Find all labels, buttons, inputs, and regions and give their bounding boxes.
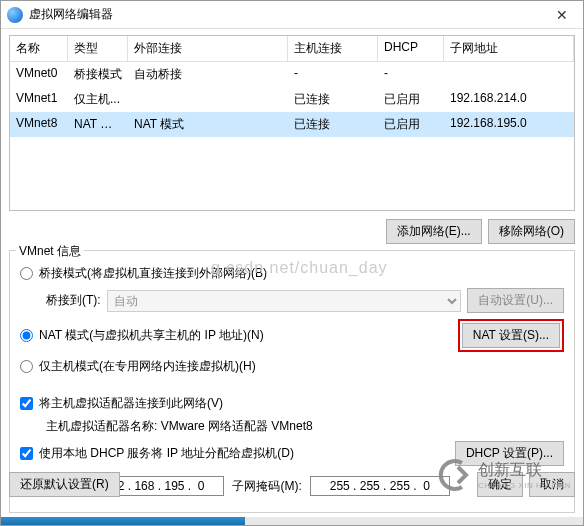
table-cell: - (378, 62, 444, 87)
table-cell: NAT 模式 (68, 112, 128, 137)
table-cell: 192.168.214.0 (444, 87, 574, 112)
dhcp-check-label: 使用本地 DHCP 服务将 IP 地址分配给虚拟机(D) (39, 445, 294, 462)
nat-settings-button[interactable]: NAT 设置(S)... (462, 323, 560, 348)
table-row[interactable]: VMnet0桥接模式自动桥接-- (10, 62, 574, 87)
table-cell: - (288, 62, 378, 87)
table-cell: 已启用 (378, 112, 444, 137)
bridge-to-label: 桥接到(T): (46, 292, 101, 309)
hostonly-radio-label: 仅主机模式(在专用网络内连接虚拟机)(H) (39, 358, 256, 375)
table-cell: 已连接 (288, 112, 378, 137)
ok-button[interactable]: 确定 (477, 472, 523, 497)
app-icon (7, 7, 23, 23)
dhcp-settings-button[interactable]: DHCP 设置(P)... (455, 441, 564, 466)
nat-radio[interactable] (20, 329, 33, 342)
table-cell: 已启用 (378, 87, 444, 112)
col-type[interactable]: 类型 (68, 36, 128, 61)
col-ext[interactable]: 外部连接 (128, 36, 288, 61)
progress-bar (1, 517, 583, 525)
table-cell (128, 87, 288, 112)
cancel-button[interactable]: 取消 (529, 472, 575, 497)
dhcp-check[interactable] (20, 447, 33, 460)
bridge-auto-button: 自动设置(U)... (467, 288, 564, 313)
col-host[interactable]: 主机连接 (288, 36, 378, 61)
add-network-button[interactable]: 添加网络(E)... (386, 219, 482, 244)
table-row[interactable]: VMnet8NAT 模式NAT 模式已连接已启用192.168.195.0 (10, 112, 574, 137)
table-cell: 仅主机... (68, 87, 128, 112)
hostonly-radio[interactable] (20, 360, 33, 373)
table-cell: 已连接 (288, 87, 378, 112)
col-subnet[interactable]: 子网地址 (444, 36, 574, 61)
nat-radio-label: NAT 模式(与虚拟机共享主机的 IP 地址)(N) (39, 327, 264, 344)
table-cell: VMnet8 (10, 112, 68, 137)
vmnet-info-legend: VMnet 信息 (16, 243, 84, 260)
col-dhcp[interactable]: DHCP (378, 36, 444, 61)
restore-defaults-button[interactable]: 还原默认设置(R) (9, 472, 120, 497)
remove-network-button[interactable]: 移除网络(O) (488, 219, 575, 244)
adapter-name-label: 主机虚拟适配器名称: VMware 网络适配器 VMnet8 (46, 418, 564, 435)
table-row[interactable]: VMnet1仅主机...已连接已启用192.168.214.0 (10, 87, 574, 112)
connect-adapter-label: 将主机虚拟适配器连接到此网络(V) (39, 395, 223, 412)
bridge-radio-label: 桥接模式(将虚拟机直接连接到外部网络)(B) (39, 265, 267, 282)
table-cell: NAT 模式 (128, 112, 288, 137)
table-cell: VMnet1 (10, 87, 68, 112)
bridge-to-select: 自动 (107, 290, 462, 312)
network-table[interactable]: 名称 类型 外部连接 主机连接 DHCP 子网地址 VMnet0桥接模式自动桥接… (9, 35, 575, 211)
table-cell: 192.168.195.0 (444, 112, 574, 137)
bridge-radio[interactable] (20, 267, 33, 280)
connect-adapter-check[interactable] (20, 397, 33, 410)
window-title: 虚拟网络编辑器 (29, 6, 547, 23)
table-cell: VMnet0 (10, 62, 68, 87)
close-icon[interactable]: ✕ (547, 7, 577, 23)
table-cell: 自动桥接 (128, 62, 288, 87)
col-name[interactable]: 名称 (10, 36, 68, 61)
table-cell (444, 62, 574, 87)
table-cell: 桥接模式 (68, 62, 128, 87)
